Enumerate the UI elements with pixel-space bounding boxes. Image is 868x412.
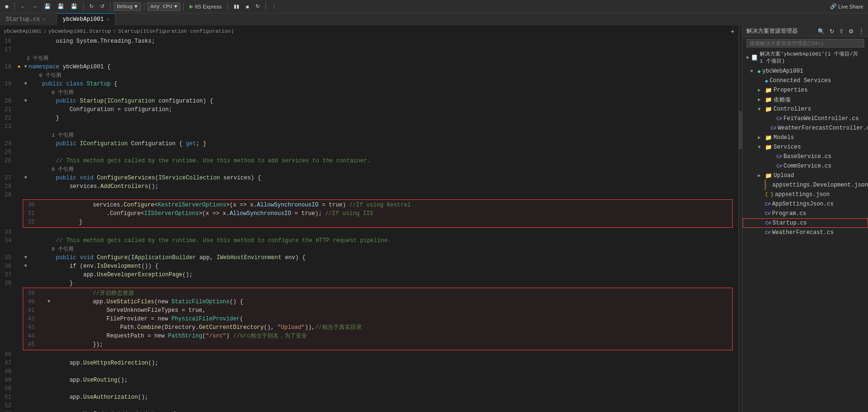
toolbar-stop[interactable]: ■ [243,3,252,10]
breadcrumb-class: ybcWebApi001.Startup [48,28,111,34]
sol-settings-btn[interactable]: ⚙ [847,27,856,36]
toolbar-back[interactable]: ← [18,3,28,10]
tree-properties[interactable]: ► 📁 Properties [743,85,868,95]
line-53: 53 ▼ app.UseEndpoints(endpoints => { [0,410,738,412]
line-21: 21 Configuration = configuration; [0,105,738,114]
tree-dependencies[interactable]: ► 📁 依赖项 [743,95,868,104]
tree-commservice[interactable]: C# CommService.cs [743,161,868,171]
tree-connected-services[interactable]: ◆ Connected Services [743,76,868,85]
tree-program[interactable]: C# Program.cs [743,209,868,218]
sol-collapse-btn[interactable]: ⇧ [837,27,846,36]
editor-area: ybcWebApi001 ❯ ybcWebApi001.Startup ❯ St… [0,26,738,412]
services-expand-icon: ▼ [758,145,764,150]
search-box [743,37,868,49]
tree-controllers[interactable]: ▼ 📁 Controllers [743,104,868,114]
chevron-down-icon: ▼ [134,4,138,9]
line-41: 41 ServeUnknownFileTypes = true, [23,306,732,315]
tree-weathercontroller[interactable]: C# WeatherForecastController.cs [743,123,868,133]
tab-ybcwebapi-close[interactable]: ✕ [106,17,109,22]
tree-feiyaowei[interactable]: C# FeiYaoWeiController.cs [743,114,868,123]
debug-dropdown[interactable]: Debug ▼ [113,2,141,11]
toolbar-refresh[interactable]: ↻ [253,2,263,10]
services-label: Services [774,144,801,150]
toolbar-save2[interactable]: 💾 [55,2,67,10]
baseservice-label: BaseService.cs [783,153,831,160]
toolbar-redo[interactable]: ↺ [97,2,107,10]
tab-startup-label: Startup.cs [6,16,40,23]
cpu-label: Any CPU [151,4,172,9]
highlight-box-1: 30 services.Configure<KestrelServerOptio… [0,199,738,228]
toolbar-undo[interactable]: ↻ [86,2,96,10]
folder-dep-icon: 📁 [765,96,772,103]
cs-weather-icon: C# [765,230,771,235]
tree-project[interactable]: ▼ ◆ ybcWebApi001 [743,66,868,76]
tree-baseservice[interactable]: C# BaseService.cs [743,152,868,161]
line-24-group: 1 个引用 24 public IConfiguration Configura… [0,131,738,148]
solution-label: 解决方案'ybcWebApi001'(1 个项目/共 1 个项目) [760,50,864,65]
tab-ybcwebapi[interactable]: ybcWebApi001 ✕ [57,13,115,25]
breadcrumb-project: ybcWebApi001 [4,28,41,34]
line-27-group: 0 个引用 27 ▼ public void ConfigureServices… [0,165,738,182]
line-51: 51 app.UseAuthorization(); [0,393,738,402]
sol-refresh-btn[interactable]: ↻ [828,27,836,36]
line-34: 34 // This method gets called by the run… [0,236,738,245]
toolbar-sep-1 [14,2,15,11]
live-share-btn[interactable]: 🔗 Live Share [827,2,866,10]
tree-startup[interactable]: C# Startup.cs [743,218,868,228]
toolbar-menu-g[interactable]: ◆ [2,2,11,10]
tree-appsettingsjson[interactable]: C# AppSettingsJson.cs [743,199,868,209]
line-30: 30 services.Configure<KestrelServerOptio… [23,201,732,209]
tree-services[interactable]: ▼ 📁 Services [743,142,868,152]
tree-appsettings-dev[interactable]: { } appsettings.Development.json [743,180,868,190]
sol-pin-btn[interactable]: ⋮ [857,27,866,36]
minimap[interactable] [738,26,742,412]
scrollbar-thumb[interactable] [738,111,742,149]
expand-solution-arrow[interactable]: ► [746,55,749,60]
toolbar: ◆ ← → 💾 💾 💾 ↻ ↺ Debug ▼ Any CPU ▼ ▶ IIS … [0,0,868,13]
line-49: 49 app.UseRouting(); [0,376,738,384]
toolbar-save3[interactable]: 💾 [68,2,80,10]
line-36: 36 ▼ if (env.IsDevelopment()) { [0,262,738,271]
line-24: 24 public IConfiguration Configuration {… [0,140,738,148]
toolbar-pause[interactable]: ▮▮ [231,2,242,10]
tree-appsettings[interactable]: { } appsettings.json [743,190,868,199]
tab-startup-close[interactable]: ✕ [43,17,46,22]
line-19: 19 ▼ public class Startup { [0,80,738,88]
dep-expand-icon: ► [758,97,764,103]
tree-upload[interactable]: ► 📁 Upload [743,171,868,180]
toolbar-forward[interactable]: → [29,3,40,10]
cs-base-icon: C# [776,154,782,159]
weatherforecast-label: WeatherForecast.cs [772,229,834,236]
cpu-dropdown[interactable]: Any CPU ▼ [147,2,181,11]
toolbar-more[interactable]: ⋮ [269,2,280,10]
project-label: ybcWebApi001 [762,68,803,75]
line-16: 16 using System.Threading.Tasks; [0,37,738,46]
folder-models-icon: 📁 [765,134,772,141]
line-35: 35 ▼ public void Configure(IApplicationB… [0,253,738,262]
line-45: 45 }); [23,340,732,349]
appsettings-dev-label: appsettings.Development.json [772,182,868,188]
solution-tree[interactable]: ▼ ◆ ybcWebApi001 ◆ Connected Services ► … [743,66,868,412]
line-44: 44 RequestPath = new PathString("/src") … [23,332,732,340]
solution-search-input[interactable] [746,39,864,47]
line-25: 25 [0,148,738,157]
line-26: 26 // This method gets called by the run… [0,157,738,165]
line-39: 39 //开启静态资源 [23,289,732,298]
models-label: Models [774,134,794,141]
code-content[interactable]: 16 using System.Threading.Tasks; 17 2 个引… [0,37,738,412]
folder-ctrl-icon: 📁 [765,106,772,113]
toolbar-sep-2 [83,2,84,11]
solution-header: ► 📃 解决方案'ybcWebApi001'(1 个项目/共 1 个项目) [743,49,868,66]
split-editor-btn[interactable]: + [731,28,735,35]
toolbar-save[interactable]: 💾 [41,2,54,10]
tab-startup-cs[interactable]: Startup.cs ✕ [0,13,57,25]
sol-search-btn[interactable]: 🔍 [816,27,827,36]
breadcrumb-sep-2: ❯ [113,28,116,34]
iis-express-btn[interactable]: ▶ IIS Express [187,2,224,10]
chevron-down-cpu-icon: ▼ [174,4,178,9]
tree-models[interactable]: ► 📁 Models [743,133,868,142]
tree-weatherforecast[interactable]: C# WeatherForecast.cs [743,228,868,237]
folder-properties-icon: 📁 [765,87,772,94]
feiyaowei-label: FeiYaoWeiController.cs [783,115,859,122]
upload-expand-icon: ► [758,173,764,178]
